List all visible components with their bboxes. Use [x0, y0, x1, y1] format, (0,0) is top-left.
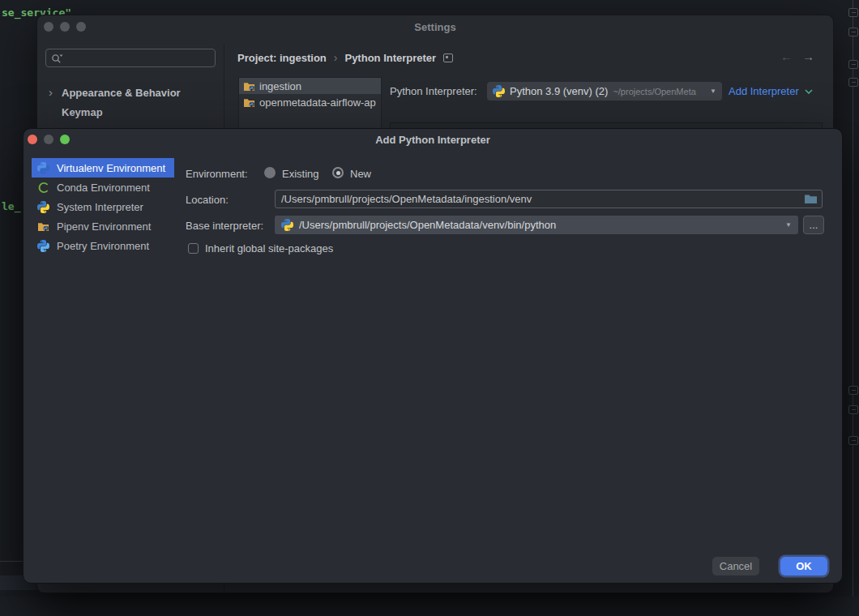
sidebar-item-system-interpreter[interactable]: System Interpreter — [32, 197, 174, 216]
tree-item-label: Keymap — [62, 106, 103, 118]
project-row-openmetadata-airflow[interactable]: openmetadata-airflow-ap — [239, 94, 381, 110]
search-icon — [51, 53, 64, 64]
base-interpreter-label: Base interpreter: — [186, 220, 263, 232]
sidebar-item-keymap[interactable]: Keymap — [50, 104, 227, 120]
background-code-line: le_ — [2, 200, 20, 212]
pipenv-folder-icon — [37, 221, 49, 232]
chevron-down-icon — [805, 89, 813, 94]
settings-title: Settings — [37, 21, 833, 33]
interpreter-type-sidebar: Virtualenv Environment Conda Environment… — [32, 158, 174, 255]
add-interpreter-link[interactable]: Add Interpreter — [729, 85, 813, 97]
python-icon — [37, 240, 49, 252]
sidebar-item-poetry[interactable]: Poetry Environment — [32, 236, 174, 255]
project-module-list: ingestion openmetadata-airflow-ap — [238, 77, 382, 129]
ok-button[interactable]: OK — [780, 557, 827, 575]
fold-marker-icon — [848, 386, 858, 395]
breadcrumb-separator: › — [334, 51, 338, 64]
python-icon — [493, 85, 505, 97]
location-field[interactable] — [275, 190, 823, 208]
fold-marker-icon — [848, 28, 858, 36]
sidebar-item-label: System Interpreter — [57, 201, 143, 213]
tree-item-label: Appearance & Behavior — [62, 87, 181, 99]
interpreter-value: Python 3.9 (venv) (2) — [510, 85, 608, 97]
more-options-button[interactable]: ... — [803, 216, 824, 234]
fold-marker-icon — [848, 78, 858, 87]
cancel-button[interactable]: Cancel — [712, 557, 759, 575]
sidebar-item-conda[interactable]: Conda Environment — [32, 178, 174, 197]
python-folder-icon — [243, 97, 255, 108]
chevron-down-icon: ▼ — [710, 88, 716, 95]
back-arrow-button[interactable]: ← — [780, 49, 793, 63]
chevron-down-icon: ▼ — [785, 221, 792, 229]
sidebar-item-label: Pipenv Environment — [57, 220, 151, 233]
add-interpreter-label: Add Interpreter — [729, 85, 799, 97]
conda-icon — [37, 182, 49, 194]
fold-marker-icon — [848, 60, 858, 69]
sidebar-item-virtualenv[interactable]: Virtualenv Environment — [32, 158, 174, 178]
radio-existing[interactable] — [264, 167, 276, 178]
forward-arrow-button[interactable]: → — [802, 49, 814, 63]
location-input[interactable] — [280, 192, 799, 206]
python-interpreter-label: Python Interpreter: — [390, 85, 477, 97]
screen: se_service" le_ 298 Settings › Appearanc… — [0, 0, 859, 616]
location-label: Location: — [186, 194, 229, 206]
inherit-site-packages-label[interactable]: Inherit global site-packages — [205, 242, 333, 255]
environment-label: Environment: — [186, 168, 248, 180]
folder-browse-icon[interactable] — [804, 194, 818, 204]
base-interpreter-value: /Users/pmbrull/projects/OpenMetadata/ven… — [299, 219, 780, 231]
breadcrumb-project[interactable]: Project: ingestion — [237, 52, 327, 64]
radio-new[interactable] — [332, 167, 344, 178]
python-icon — [37, 201, 49, 213]
chevron-right-icon: › — [49, 88, 56, 96]
project-row-label: openmetadata-airflow-ap — [259, 96, 376, 109]
add-python-interpreter-dialog: Add Python Interpreter Virtualenv Enviro… — [23, 128, 843, 584]
sidebar-item-label: Poetry Environment — [57, 240, 149, 252]
settings-search-field[interactable] — [45, 49, 216, 67]
base-interpreter-dropdown[interactable]: /Users/pmbrull/projects/OpenMetadata/ven… — [275, 216, 798, 234]
interpreter-path: ~/projects/OpenMeta — [613, 87, 705, 96]
inherit-site-packages-checkbox[interactable] — [188, 243, 199, 254]
sidebar-item-label: Virtualenv Environment — [57, 162, 165, 174]
project-row-label: ingestion — [259, 80, 301, 92]
python-icon — [281, 219, 293, 231]
fold-marker-icon — [848, 8, 858, 17]
project-settings-icon — [443, 53, 453, 62]
sidebar-item-label: Conda Environment — [57, 182, 150, 194]
background-statusbar — [0, 597, 859, 616]
radio-new-label[interactable]: New — [350, 168, 371, 180]
breadcrumb: Project: ingestion › Python Interpreter — [237, 51, 453, 64]
fold-marker-icon — [848, 405, 858, 414]
editor-gutter-line — [853, 0, 853, 616]
sidebar-item-appearance-behavior[interactable]: › Appearance & Behavior — [37, 84, 227, 101]
python-icon — [37, 162, 49, 174]
fold-marker-icon — [848, 436, 858, 445]
radio-existing-label[interactable]: Existing — [282, 168, 319, 180]
add-dialog-title: Add Python Interpreter — [24, 134, 842, 146]
sidebar-item-pipenv[interactable]: Pipenv Environment — [32, 216, 174, 236]
project-row-ingestion[interactable]: ingestion — [239, 78, 381, 94]
settings-search-input[interactable] — [64, 51, 210, 65]
breadcrumb-page[interactable]: Python Interpreter — [344, 52, 436, 64]
background-divider — [0, 561, 23, 562]
python-interpreter-dropdown[interactable]: Python 3.9 (venv) (2) ~/projects/OpenMet… — [487, 82, 722, 101]
python-folder-icon — [243, 81, 255, 92]
